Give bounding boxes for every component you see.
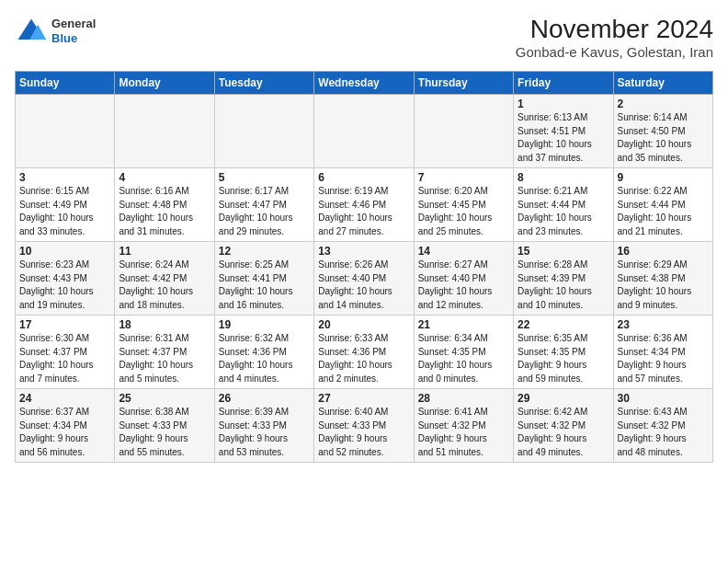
day-number: 1 xyxy=(518,98,609,110)
calendar-day-cell: 23Sunrise: 6:36 AM Sunset: 4:34 PM Dayli… xyxy=(613,316,712,389)
weekday-header: Tuesday xyxy=(214,72,313,95)
calendar-week-row: 24Sunrise: 6:37 AM Sunset: 4:34 PM Dayli… xyxy=(16,389,713,463)
calendar-day-cell: 19Sunrise: 6:32 AM Sunset: 4:36 PM Dayli… xyxy=(214,316,313,389)
day-number: 15 xyxy=(518,245,609,258)
day-number: 28 xyxy=(418,392,509,405)
day-number: 23 xyxy=(618,318,709,331)
calendar-day-cell: 21Sunrise: 6:34 AM Sunset: 4:35 PM Dayli… xyxy=(414,316,513,389)
day-number: 10 xyxy=(19,245,110,258)
calendar-table: SundayMondayTuesdayWednesdayThursdayFrid… xyxy=(15,71,713,463)
day-number: 4 xyxy=(119,171,210,184)
calendar-day-cell: 25Sunrise: 6:38 AM Sunset: 4:33 PM Dayli… xyxy=(115,389,214,463)
calendar-day-cell: 4Sunrise: 6:16 AM Sunset: 4:48 PM Daylig… xyxy=(115,168,214,242)
calendar-empty-cell xyxy=(414,95,513,168)
day-info: Sunrise: 6:15 AM Sunset: 4:49 PM Dayligh… xyxy=(19,185,110,238)
calendar-day-cell: 13Sunrise: 6:26 AM Sunset: 4:40 PM Dayli… xyxy=(314,242,414,316)
day-info: Sunrise: 6:33 AM Sunset: 4:36 PM Dayligh… xyxy=(318,332,409,385)
day-info: Sunrise: 6:32 AM Sunset: 4:36 PM Dayligh… xyxy=(219,332,310,385)
calendar-day-cell: 3Sunrise: 6:15 AM Sunset: 4:49 PM Daylig… xyxy=(16,168,115,242)
day-number: 26 xyxy=(219,392,310,405)
day-info: Sunrise: 6:22 AM Sunset: 4:44 PM Dayligh… xyxy=(618,185,709,238)
calendar-day-cell: 2Sunrise: 6:14 AM Sunset: 4:50 PM Daylig… xyxy=(613,95,712,168)
day-info: Sunrise: 6:13 AM Sunset: 4:51 PM Dayligh… xyxy=(518,111,609,165)
day-number: 3 xyxy=(19,171,110,184)
day-info: Sunrise: 6:25 AM Sunset: 4:41 PM Dayligh… xyxy=(219,259,310,312)
day-number: 25 xyxy=(119,392,210,405)
day-info: Sunrise: 6:26 AM Sunset: 4:40 PM Dayligh… xyxy=(318,259,409,312)
calendar-day-cell: 27Sunrise: 6:40 AM Sunset: 4:33 PM Dayli… xyxy=(314,389,414,463)
calendar-empty-cell xyxy=(214,95,313,168)
day-number: 24 xyxy=(19,392,110,405)
day-number: 20 xyxy=(318,318,409,331)
day-info: Sunrise: 6:17 AM Sunset: 4:47 PM Dayligh… xyxy=(219,185,310,238)
logo-text: General Blue xyxy=(51,17,96,45)
calendar-empty-cell xyxy=(16,95,115,168)
calendar-week-row: 3Sunrise: 6:15 AM Sunset: 4:49 PM Daylig… xyxy=(16,168,713,242)
calendar-day-cell: 16Sunrise: 6:29 AM Sunset: 4:38 PM Dayli… xyxy=(613,242,712,316)
day-number: 17 xyxy=(19,318,110,331)
calendar-empty-cell xyxy=(314,95,414,168)
calendar-day-cell: 29Sunrise: 6:42 AM Sunset: 4:32 PM Dayli… xyxy=(514,389,613,463)
day-number: 13 xyxy=(318,245,409,258)
day-info: Sunrise: 6:29 AM Sunset: 4:38 PM Dayligh… xyxy=(618,259,709,312)
calendar-day-cell: 20Sunrise: 6:33 AM Sunset: 4:36 PM Dayli… xyxy=(314,316,414,389)
day-info: Sunrise: 6:43 AM Sunset: 4:32 PM Dayligh… xyxy=(618,406,709,459)
calendar-day-cell: 5Sunrise: 6:17 AM Sunset: 4:47 PM Daylig… xyxy=(214,168,313,242)
weekday-header: Thursday xyxy=(414,72,513,95)
calendar-day-cell: 15Sunrise: 6:28 AM Sunset: 4:39 PM Dayli… xyxy=(514,242,613,316)
day-info: Sunrise: 6:41 AM Sunset: 4:32 PM Dayligh… xyxy=(418,406,509,459)
calendar-day-cell: 12Sunrise: 6:25 AM Sunset: 4:41 PM Dayli… xyxy=(214,242,313,316)
day-info: Sunrise: 6:37 AM Sunset: 4:34 PM Dayligh… xyxy=(19,406,110,459)
day-info: Sunrise: 6:21 AM Sunset: 4:44 PM Dayligh… xyxy=(518,185,609,238)
day-info: Sunrise: 6:24 AM Sunset: 4:42 PM Dayligh… xyxy=(119,259,210,312)
day-info: Sunrise: 6:36 AM Sunset: 4:34 PM Dayligh… xyxy=(618,332,709,385)
day-number: 19 xyxy=(219,318,310,331)
calendar-empty-cell xyxy=(115,95,214,168)
calendar-day-cell: 10Sunrise: 6:23 AM Sunset: 4:43 PM Dayli… xyxy=(16,242,115,316)
day-number: 29 xyxy=(518,392,609,405)
day-info: Sunrise: 6:38 AM Sunset: 4:33 PM Dayligh… xyxy=(119,406,210,459)
weekday-header: Wednesday xyxy=(314,72,414,95)
day-info: Sunrise: 6:35 AM Sunset: 4:35 PM Dayligh… xyxy=(518,332,609,385)
calendar-day-cell: 18Sunrise: 6:31 AM Sunset: 4:37 PM Dayli… xyxy=(115,316,214,389)
day-number: 27 xyxy=(318,392,409,405)
day-info: Sunrise: 6:14 AM Sunset: 4:50 PM Dayligh… xyxy=(618,111,709,165)
weekday-header: Saturday xyxy=(613,72,712,95)
logo-general: General xyxy=(51,17,96,31)
calendar-day-cell: 14Sunrise: 6:27 AM Sunset: 4:40 PM Dayli… xyxy=(414,242,513,316)
calendar-day-cell: 24Sunrise: 6:37 AM Sunset: 4:34 PM Dayli… xyxy=(16,389,115,463)
calendar-week-row: 17Sunrise: 6:30 AM Sunset: 4:37 PM Dayli… xyxy=(16,316,713,389)
page-title: November 2024 xyxy=(516,15,713,44)
logo-icon xyxy=(15,15,48,48)
calendar-day-cell: 6Sunrise: 6:19 AM Sunset: 4:46 PM Daylig… xyxy=(314,168,414,242)
day-number: 2 xyxy=(618,98,709,110)
day-number: 21 xyxy=(418,318,509,331)
day-info: Sunrise: 6:34 AM Sunset: 4:35 PM Dayligh… xyxy=(418,332,509,385)
weekday-header: Monday xyxy=(115,72,214,95)
day-info: Sunrise: 6:31 AM Sunset: 4:37 PM Dayligh… xyxy=(119,332,210,385)
calendar-day-cell: 17Sunrise: 6:30 AM Sunset: 4:37 PM Dayli… xyxy=(16,316,115,389)
day-number: 18 xyxy=(119,318,210,331)
calendar-day-cell: 7Sunrise: 6:20 AM Sunset: 4:45 PM Daylig… xyxy=(414,168,513,242)
page-subtitle: Gonbad-e Kavus, Golestan, Iran xyxy=(516,44,713,60)
day-number: 22 xyxy=(518,318,609,331)
calendar-week-row: 10Sunrise: 6:23 AM Sunset: 4:43 PM Dayli… xyxy=(16,242,713,316)
day-info: Sunrise: 6:27 AM Sunset: 4:40 PM Dayligh… xyxy=(418,259,509,312)
day-number: 5 xyxy=(219,171,310,184)
calendar-day-cell: 28Sunrise: 6:41 AM Sunset: 4:32 PM Dayli… xyxy=(414,389,513,463)
calendar-day-cell: 26Sunrise: 6:39 AM Sunset: 4:33 PM Dayli… xyxy=(214,389,313,463)
day-number: 12 xyxy=(219,245,310,258)
calendar-day-cell: 1Sunrise: 6:13 AM Sunset: 4:51 PM Daylig… xyxy=(514,95,613,168)
calendar-week-row: 1Sunrise: 6:13 AM Sunset: 4:51 PM Daylig… xyxy=(16,95,713,168)
logo-blue: Blue xyxy=(51,31,96,46)
weekday-header: Friday xyxy=(514,72,613,95)
calendar-day-cell: 8Sunrise: 6:21 AM Sunset: 4:44 PM Daylig… xyxy=(514,168,613,242)
day-number: 16 xyxy=(618,245,709,258)
day-info: Sunrise: 6:42 AM Sunset: 4:32 PM Dayligh… xyxy=(518,406,609,459)
day-number: 7 xyxy=(418,171,509,184)
calendar-day-cell: 11Sunrise: 6:24 AM Sunset: 4:42 PM Dayli… xyxy=(115,242,214,316)
day-info: Sunrise: 6:20 AM Sunset: 4:45 PM Dayligh… xyxy=(418,185,509,238)
day-number: 14 xyxy=(418,245,509,258)
day-info: Sunrise: 6:23 AM Sunset: 4:43 PM Dayligh… xyxy=(19,259,110,312)
day-info: Sunrise: 6:16 AM Sunset: 4:48 PM Dayligh… xyxy=(119,185,210,238)
